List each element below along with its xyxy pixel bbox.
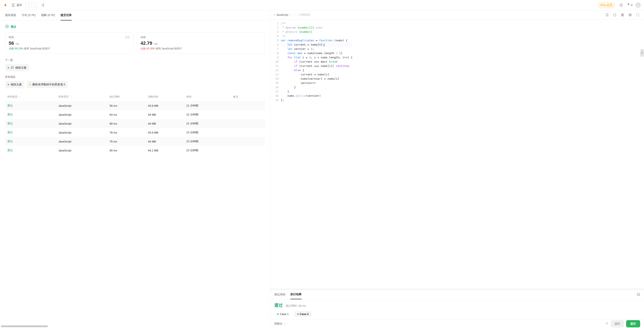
submit-button[interactable]: 提交 <box>626 320 640 327</box>
difficulty-dot-easy <box>8 84 9 85</box>
time-card[interactable]: 时间 详情 56 ms 击败 99.18% 使用 JavaScript 的用户 <box>5 32 134 54</box>
tab-result[interactable]: 执行结果 <box>290 290 302 299</box>
cell-lang: JavaScript <box>58 131 110 134</box>
time-value: 56 <box>9 40 14 46</box>
tab-discuss[interactable]: 讨论 (5.7K) <box>22 10 36 20</box>
cell-status: 通过 <box>7 131 58 134</box>
editor-mode[interactable]: 智能模式 <box>298 13 310 17</box>
col-note: 备注 <box>233 95 263 99</box>
svg-rect-5 <box>637 293 640 295</box>
tab-description[interactable]: 题目描述 <box>5 10 16 20</box>
tab-solutions[interactable]: 题解 (8.7K) <box>41 10 55 20</box>
memory-card[interactable]: 内存 42.79 mb 击败 40.38% 使用 JavaScript 的用户 <box>137 32 265 54</box>
cell-status: 通过 <box>7 122 58 126</box>
svg-point-0 <box>12 4 12 4</box>
side-panel-handle[interactable] <box>640 49 644 57</box>
table-row[interactable]: 通过JavaScript68 ms44 MB12 分钟前 <box>5 119 265 128</box>
time-unit: ms <box>16 42 19 45</box>
cell-memory: 44.1 MB <box>148 149 186 152</box>
case-tab-1[interactable]: Case 1 <box>274 311 292 317</box>
shuffle-icon[interactable] <box>40 3 45 7</box>
next-button[interactable] <box>32 2 38 8</box>
code-editor[interactable]: 12345678910111213141516171819 /** * @par… <box>270 19 644 289</box>
prev-button[interactable] <box>26 2 32 8</box>
bookmark-icon[interactable] <box>605 13 610 17</box>
cell-runtime: 64 ms <box>110 113 148 116</box>
cell-runtime: 80 ms <box>110 149 148 152</box>
layout-icon[interactable] <box>637 293 640 297</box>
run-button[interactable]: 运行 <box>611 320 624 327</box>
svg-point-3 <box>6 25 8 28</box>
avatar[interactable] <box>636 2 640 8</box>
settings-icon[interactable] <box>628 13 632 17</box>
timer-icon[interactable] <box>618 3 624 7</box>
plus-membership-button[interactable]: Plus 会员 <box>598 2 615 8</box>
left-tabs: 题目描述 讨论 (5.7K) 题解 (8.7K) 提交记录 <box>0 10 270 21</box>
filter-lang[interactable]: 所有语言 <box>58 95 110 99</box>
cell-memory: 44 MB <box>148 140 186 143</box>
table-row[interactable]: 通过JavaScript80 ms44.1 MB13 分钟前 <box>5 146 265 155</box>
cell-lang: JavaScript <box>58 104 110 107</box>
cell-time: 13 分钟前 <box>186 131 233 134</box>
right-pane: i JavaScript | 智能模式 12345678910111213141… <box>270 10 644 328</box>
fullscreen-icon[interactable] <box>636 13 640 17</box>
cell-lang: JavaScript <box>58 140 110 143</box>
tab-submissions[interactable]: 提交记录 <box>60 10 72 20</box>
shortcuts-icon[interactable] <box>620 13 625 17</box>
cell-time: 13 分钟前 <box>186 149 233 152</box>
cell-runtime: 76 ms <box>110 140 148 143</box>
cell-status: 通过 <box>7 104 58 108</box>
cell-status: 通过 <box>7 140 58 143</box>
cell-time: 12 分钟前 <box>186 122 233 126</box>
svg-point-7 <box>606 323 608 324</box>
bug-icon[interactable] <box>605 322 608 326</box>
cell-memory: 44 MB <box>148 113 186 116</box>
language-select[interactable]: i JavaScript <box>274 13 292 16</box>
cell-lang: JavaScript <box>58 122 110 125</box>
page-title[interactable]: 题库 <box>17 3 22 7</box>
status-badge: 通过 <box>5 24 265 29</box>
result-status: 通过 <box>274 303 283 308</box>
col-runtime: 执行用时 <box>110 95 148 99</box>
challenge-chip[interactable]: 删除有序数组中的重复项 II <box>27 81 68 88</box>
cell-time: 12 分钟前 <box>186 113 233 117</box>
submissions-table: 所有状态 所有语言 执行用时 消耗内存 时间 备注 通过JavaScript56… <box>5 92 265 155</box>
tab-testcases[interactable]: 测试用例 <box>274 290 285 299</box>
list-icon[interactable] <box>11 3 15 7</box>
col-time: 时间 <box>186 95 233 99</box>
filter-status[interactable]: 所有状态 <box>7 95 58 99</box>
time-label: 时间 <box>9 35 14 39</box>
console-toggle[interactable]: 控制台 <box>274 322 286 326</box>
next-section-title: 下一题 <box>5 58 265 62</box>
challenge-chip[interactable]: 移除元素 <box>5 81 24 88</box>
horizontal-scrollbar[interactable] <box>1 326 48 327</box>
next-problem-chip[interactable]: 27. 移除元素 <box>5 64 29 71</box>
col-memory: 消耗内存 <box>148 95 186 99</box>
time-detail-link[interactable]: 详情 <box>125 35 130 39</box>
cell-memory: 43.8 MB <box>148 131 186 134</box>
result-runtime: 执行用时: 64 ms <box>286 304 306 308</box>
case-tab-2[interactable]: Case 2 <box>294 311 312 317</box>
left-pane: 题目描述 讨论 (5.7K) 题解 (8.7K) 提交记录 通过 时间 详情 5… <box>0 10 270 328</box>
table-row[interactable]: 通过JavaScript76 ms43.8 MB13 分钟前 <box>5 128 265 137</box>
streak-count: 0 <box>631 3 632 6</box>
chevron-down-icon <box>290 14 292 16</box>
svg-rect-8 <box>642 52 643 54</box>
topbar: 题库 Plus 会员 0 <box>0 0 644 10</box>
cell-lang: JavaScript <box>58 149 110 152</box>
table-row[interactable]: 通过JavaScript64 ms44 MB12 分钟前 <box>5 110 265 119</box>
cell-status: 通过 <box>7 149 58 152</box>
cell-runtime: 76 ms <box>110 131 148 134</box>
reset-icon[interactable] <box>612 13 617 17</box>
more-section-title: 更多挑战 <box>5 75 265 79</box>
cell-lang: JavaScript <box>58 113 110 116</box>
logo-icon[interactable] <box>4 3 8 7</box>
table-row[interactable]: 通过JavaScript76 ms44 MB13 分钟前 <box>5 137 265 146</box>
memory-value: 42.79 <box>140 40 152 46</box>
cell-runtime: 56 ms <box>110 104 148 107</box>
memory-label: 内存 <box>140 35 146 39</box>
cell-time: 11 分钟前 <box>186 104 233 108</box>
streak-counter[interactable]: 0 <box>627 3 632 7</box>
nav-arrows <box>26 2 38 8</box>
table-row[interactable]: 通过JavaScript56 ms43.8 MB11 分钟前 <box>5 101 265 110</box>
